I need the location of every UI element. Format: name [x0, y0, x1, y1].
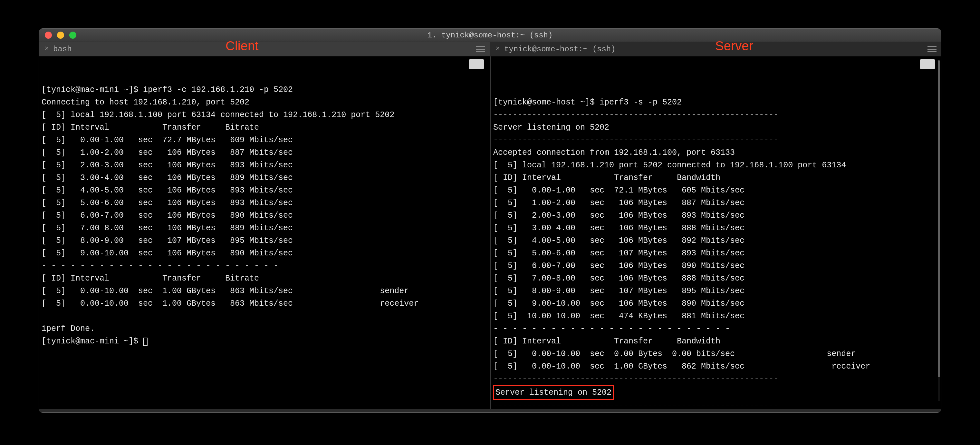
server-local-line: [ 5] local 192.168.1.210 port 5202 conne…	[493, 161, 846, 170]
table-row: [ 5] 8.00-9.00 sec 107 MBytes 895 Mbits/…	[41, 236, 293, 246]
terminal-window: 1. tynick@some-host:~ (ssh) × bash × tyn…	[39, 29, 941, 413]
server-listening-line: Server listening on 5202	[495, 388, 611, 397]
client-local-line: [ 5] local 192.168.1.100 port 63134 conn…	[41, 110, 394, 120]
separator-line: ----------------------------------------…	[493, 136, 778, 145]
close-window-button[interactable]	[45, 32, 52, 39]
table-row: [ 5] 6.00-7.00 sec 106 MBytes 890 Mbits/…	[41, 211, 293, 220]
tab-right-label: tynick@some-host:~ (ssh)	[504, 45, 616, 54]
client-done-line: iperf Done.	[41, 324, 95, 333]
table-row: [ 5] 3.00-4.00 sec 106 MBytes 888 Mbits/…	[493, 223, 745, 233]
tab-menu-icon[interactable]	[476, 46, 485, 52]
separator-line: ----------------------------------------…	[493, 374, 778, 384]
server-summary-receiver: [ 5] 0.00-10.00 sec 1.00 GBytes 862 Mbit…	[493, 362, 870, 371]
close-tab-icon[interactable]: ×	[43, 45, 50, 53]
client-summary-sender: [ 5] 0.00-10.00 sec 1.00 GBytes 863 Mbit…	[41, 286, 409, 296]
separator-line: ----------------------------------------…	[493, 110, 778, 120]
close-tab-icon[interactable]: ×	[495, 45, 501, 53]
cursor-icon	[143, 338, 148, 346]
client-connecting-line: Connecting to host 192.168.1.210, port 5…	[41, 98, 249, 107]
table-row: [ 5] 6.00-7.00 sec 106 MBytes 890 Mbits/…	[493, 261, 745, 271]
table-row: [ 5] 7.00-8.00 sec 106 MBytes 889 Mbits/…	[41, 223, 293, 233]
separator-line: - - - - - - - - - - - - - - - - - - - - …	[41, 261, 278, 271]
server-header-line: [ ID] Interval Transfer Bandwidth	[493, 173, 720, 182]
table-row: [ 5] 2.00-3.00 sec 106 MBytes 893 Mbits/…	[493, 211, 745, 220]
scroll-indicator-icon	[469, 59, 484, 69]
vertical-scrollbar[interactable]	[938, 60, 940, 401]
table-row: [ 5] 9.00-10.00 sec 106 MBytes 890 Mbits…	[41, 249, 293, 258]
window-title: 1. tynick@some-host:~ (ssh)	[39, 31, 941, 40]
server-listening-line: Server listening on 5202	[493, 123, 609, 132]
separator-line: ----------------------------------------…	[493, 402, 778, 409]
client-prompt-line: [tynick@mac-mini ~]$ iperf3 -c 192.168.1…	[41, 85, 293, 94]
server-summary-sender: [ 5] 0.00-10.00 sec 0.00 Bytes 0.00 bits…	[493, 349, 856, 359]
left-terminal-pane[interactable]: [tynick@mac-mini ~]$ iperf3 -c 192.168.1…	[39, 56, 490, 409]
separator-line: - - - - - - - - - - - - - - - - - - - - …	[493, 324, 730, 333]
tab-left[interactable]: × bash	[39, 42, 490, 56]
tab-menu-icon[interactable]	[928, 46, 937, 52]
server-summary-header: [ ID] Interval Transfer Bandwidth	[493, 337, 720, 346]
scrollbar-thumb[interactable]	[938, 60, 940, 377]
traffic-lights	[39, 32, 76, 39]
table-row: [ 5] 5.00-6.00 sec 107 MBytes 893 Mbits/…	[493, 249, 745, 258]
client-prompt-idle: [tynick@mac-mini ~]$	[41, 337, 143, 346]
server-prompt-line: [tynick@some-host ~]$ iperf3 -s -p 5202	[493, 98, 682, 107]
table-row: [ 5] 4.00-5.00 sec 106 MBytes 893 Mbits/…	[41, 186, 293, 195]
table-row: [ 5] 10.00-10.00 sec 474 KBytes 881 Mbit…	[493, 311, 745, 321]
window-titlebar: 1. tynick@some-host:~ (ssh)	[39, 29, 941, 42]
table-row: [ 5] 1.00-2.00 sec 106 MBytes 887 Mbits/…	[493, 198, 745, 208]
minimize-window-button[interactable]	[57, 32, 64, 39]
scroll-indicator-icon	[920, 59, 935, 69]
window-footer	[39, 409, 941, 412]
table-row: [ 5] 0.00-1.00 sec 72.1 MBytes 605 Mbits…	[493, 186, 745, 195]
table-row: [ 5] 1.00-2.00 sec 106 MBytes 887 Mbits/…	[41, 148, 293, 157]
tab-bar: × bash × tynick@some-host:~ (ssh)	[39, 42, 941, 56]
client-header-line: [ ID] Interval Transfer Bitrate	[41, 123, 259, 132]
table-row: [ 5] 5.00-6.00 sec 106 MBytes 893 Mbits/…	[41, 198, 293, 208]
table-row: [ 5] 9.00-10.00 sec 106 MBytes 890 Mbits…	[493, 299, 745, 308]
table-row: [ 5] 2.00-3.00 sec 106 MBytes 893 Mbits/…	[41, 161, 293, 170]
table-row: [ 5] 4.00-5.00 sec 106 MBytes 892 Mbits/…	[493, 236, 745, 246]
maximize-window-button[interactable]	[69, 32, 76, 39]
client-summary-receiver: [ 5] 0.00-10.00 sec 1.00 GBytes 863 Mbit…	[41, 299, 418, 308]
table-row: [ 5] 0.00-1.00 sec 72.7 MBytes 609 Mbits…	[41, 136, 293, 145]
tab-left-label: bash	[53, 45, 72, 54]
tab-right[interactable]: × tynick@some-host:~ (ssh)	[490, 42, 941, 56]
server-listening-highlight: Server listening on 5202	[493, 385, 614, 400]
table-row: [ 5] 3.00-4.00 sec 106 MBytes 889 Mbits/…	[41, 173, 293, 182]
server-accepted-line: Accepted connection from 192.168.1.100, …	[493, 148, 735, 157]
content-area: [tynick@mac-mini ~]$ iperf3 -c 192.168.1…	[39, 56, 941, 409]
client-summary-header: [ ID] Interval Transfer Bitrate	[41, 274, 259, 283]
table-row: [ 5] 7.00-8.00 sec 106 MBytes 888 Mbits/…	[493, 274, 745, 283]
table-row: [ 5] 8.00-9.00 sec 107 MBytes 895 Mbits/…	[493, 286, 745, 296]
right-terminal-pane[interactable]: [tynick@some-host ~]$ iperf3 -s -p 5202 …	[490, 56, 941, 409]
